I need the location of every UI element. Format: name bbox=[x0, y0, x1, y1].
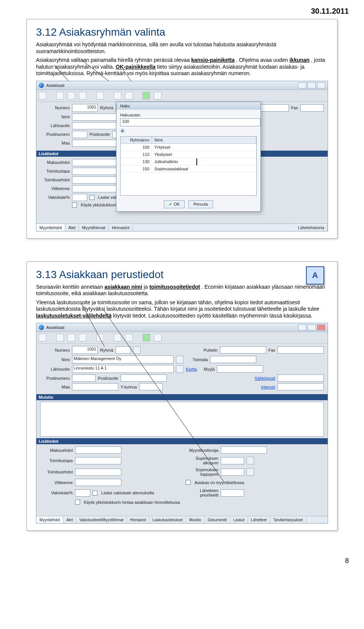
minimize-icon[interactable] bbox=[298, 324, 306, 330]
kayta-checkbox[interactable] bbox=[75, 500, 80, 505]
lbl-maa: Maa bbox=[40, 141, 70, 145]
fax-field[interactable] bbox=[278, 346, 324, 354]
kayta-checkbox[interactable] bbox=[72, 203, 77, 208]
tab-lahetteet[interactable]: Lähetteet bbox=[248, 516, 270, 523]
muistio-memo[interactable] bbox=[40, 402, 324, 437]
maximize-icon[interactable] bbox=[308, 82, 316, 88]
minimize-icon[interactable] bbox=[298, 82, 306, 88]
table-row[interactable]: 150Sopimusasiakkaat bbox=[121, 165, 256, 173]
undo-icon[interactable] bbox=[154, 92, 162, 99]
toolbar-btn[interactable] bbox=[56, 92, 64, 99]
table-row[interactable]: 100Yritykset bbox=[121, 144, 256, 151]
tab-lahetehistoria[interactable]: Lähetehistoria bbox=[295, 224, 328, 231]
lbl-vakiokate: Vakiokate% bbox=[40, 195, 70, 200]
tab-hinnastot[interactable]: Hinnastot bbox=[127, 516, 149, 523]
maximize-icon[interactable] bbox=[308, 324, 316, 330]
toimitustapa-field[interactable] bbox=[75, 457, 121, 464]
slide-3-13: A 3.13 Asiakkaan perustiedot Seuraaviin … bbox=[27, 261, 337, 531]
toolbar-btn[interactable] bbox=[67, 334, 75, 341]
puhelin-field[interactable] bbox=[220, 346, 266, 354]
logo-a-icon: A bbox=[306, 266, 324, 285]
check-icon[interactable] bbox=[143, 334, 150, 341]
tab-myyntiehdot[interactable]: Myyntiehdot bbox=[36, 516, 63, 523]
laske-checkbox[interactable] bbox=[93, 491, 97, 495]
tab-alet[interactable]: Alet bbox=[65, 224, 79, 231]
toolbar-btn[interactable] bbox=[39, 92, 46, 99]
myyja-field[interactable] bbox=[217, 365, 263, 373]
tab-hinnastot[interactable]: Hinnastot bbox=[109, 224, 133, 231]
postiosoite-field[interactable] bbox=[121, 374, 167, 382]
close-icon[interactable] bbox=[317, 82, 325, 88]
toolbar-btn[interactable] bbox=[114, 92, 121, 99]
toimitusehdot-field[interactable] bbox=[75, 469, 121, 476]
folder-icon[interactable] bbox=[133, 346, 141, 354]
toolbar-btn[interactable] bbox=[125, 334, 133, 341]
table-row[interactable]: 130Julkishallinto bbox=[121, 158, 256, 165]
tabs-1[interactable]: Myyntiehdot Alet Myyntihinnat Hinnastot … bbox=[36, 223, 328, 231]
postinumero-field[interactable] bbox=[72, 374, 96, 382]
tab-laskut[interactable]: Laskut bbox=[230, 516, 248, 523]
kartta-link[interactable]: Kartta bbox=[186, 367, 197, 371]
lbl-postinumero: Postinumero bbox=[40, 132, 70, 137]
toolbar-btn[interactable] bbox=[39, 334, 46, 341]
result-grid[interactable]: Ryhmänro Nimi 100Yritykset 110Yksityiset… bbox=[120, 136, 257, 196]
table-row[interactable]: 110Yksityiset bbox=[121, 151, 256, 158]
loppupvm-field[interactable] bbox=[221, 469, 244, 476]
undo-icon[interactable] bbox=[154, 334, 162, 341]
ryhma-field[interactable] bbox=[116, 346, 131, 354]
vakiokate-field[interactable] bbox=[75, 489, 90, 497]
toolbar-btn[interactable] bbox=[67, 92, 75, 99]
laske-checkbox[interactable] bbox=[89, 195, 94, 200]
fax-field[interactable] bbox=[300, 104, 324, 112]
toolbar-btn[interactable] bbox=[56, 334, 64, 341]
toolbar-btn[interactable] bbox=[96, 334, 104, 341]
search-icon[interactable] bbox=[176, 356, 184, 363]
lisatiedot-section: Lisätiedot bbox=[36, 438, 328, 444]
tab-muistio[interactable]: Muistio bbox=[186, 516, 205, 523]
lahiosoite-field[interactable]: Linnankatu 11 A 1 bbox=[72, 365, 174, 373]
tab-vakiotuotteet[interactable]: Vakiotuotteet/Myyntihinnat bbox=[76, 516, 127, 523]
myyntikielto-checkbox[interactable] bbox=[186, 480, 191, 485]
internet-field[interactable] bbox=[278, 383, 324, 390]
toolbar-btn[interactable] bbox=[79, 92, 86, 99]
viitteenne-field[interactable] bbox=[75, 479, 121, 486]
sahkoposti-field[interactable] bbox=[278, 374, 324, 382]
tab-alet[interactable]: Alet bbox=[63, 516, 76, 523]
prioriteetti-field[interactable] bbox=[221, 489, 244, 497]
toolbar-btn[interactable] bbox=[114, 334, 121, 341]
tab-myyntiehdot[interactable]: Myyntiehdot bbox=[36, 224, 65, 231]
tab-laskutusoletukset[interactable]: Laskutusoletukset bbox=[149, 516, 186, 523]
toimiala-field[interactable] bbox=[210, 356, 256, 363]
peruuta-button[interactable]: Peruuta bbox=[188, 200, 213, 208]
numero-field[interactable]: 1001 bbox=[72, 346, 98, 354]
hakuavain-field[interactable]: 100 bbox=[120, 118, 260, 126]
tab-tarvikertarjoukset[interactable]: Tarvikertarjoukset bbox=[270, 516, 306, 523]
tabs-2[interactable]: Myyntiehdot Alet Vakiotuotteet/Myyntihin… bbox=[36, 516, 328, 523]
tab-dokumentit[interactable]: Dokumentit bbox=[205, 516, 231, 523]
tab-myyntihinnat[interactable]: Myyntihinnat bbox=[79, 224, 109, 231]
alkupvm-field[interactable] bbox=[221, 457, 244, 464]
numero-field[interactable]: 1001 bbox=[72, 104, 98, 112]
search-icon[interactable] bbox=[176, 365, 184, 373]
calendar-icon[interactable] bbox=[246, 457, 254, 464]
lbl-maksuehdot: Maksuehdot bbox=[40, 160, 70, 165]
col-nimi: Nimi bbox=[152, 137, 256, 143]
ok-painikkeella: OK-painikkeella bbox=[116, 64, 155, 70]
calendar-icon[interactable] bbox=[246, 468, 254, 476]
asiakkaat-window-1: Asiakkaat bbox=[36, 81, 328, 231]
maa-field[interactable] bbox=[72, 383, 118, 390]
nimi-field[interactable]: Mäkinen Management Oy bbox=[72, 355, 174, 363]
toolbar-btn[interactable] bbox=[79, 334, 86, 341]
toolbar-btn[interactable] bbox=[96, 92, 104, 99]
ok-button[interactable]: ✓OK bbox=[164, 200, 185, 208]
internet-link[interactable]: Internet bbox=[261, 385, 275, 389]
close-icon[interactable] bbox=[317, 324, 325, 330]
toolbar-btn[interactable] bbox=[125, 92, 133, 99]
postinumero-field[interactable] bbox=[72, 131, 87, 138]
myyntiluottoraja-field[interactable] bbox=[221, 447, 267, 454]
maksuehdot-field[interactable] bbox=[75, 447, 121, 454]
check-icon[interactable] bbox=[143, 92, 150, 99]
vakiokate-field[interactable] bbox=[72, 194, 87, 201]
sahkoposti-link[interactable]: Sähköposti bbox=[255, 376, 275, 381]
lbl-toimitustapa: Toimitustapa bbox=[40, 169, 70, 173]
